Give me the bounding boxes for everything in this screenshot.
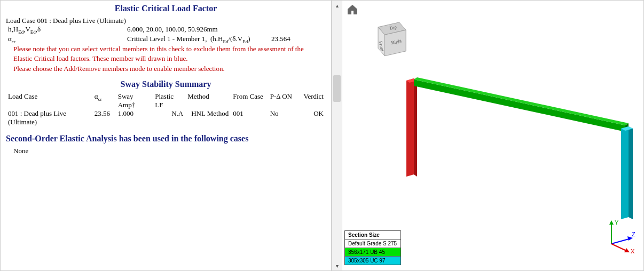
section-legend: Section Size Default Grade S 275 356x171… xyxy=(344,230,401,265)
alpha-row: αcr Critical Level 1 - Member 1, (h.HEd/… xyxy=(6,35,326,44)
elastic-critical-title: Elastic Critical Load Factor xyxy=(6,4,326,13)
report-pane: Elastic Critical Load Factor Load Case 0… xyxy=(1,1,332,270)
member-right-column[interactable] xyxy=(621,126,633,219)
axis-y-label: Y xyxy=(615,219,619,226)
legend-row-ub: 356x171 UB 45 xyxy=(345,248,400,257)
second-order-none: None xyxy=(13,147,326,155)
scroll-down-arrow-icon[interactable]: ▾ xyxy=(332,261,342,270)
legend-header: Section Size xyxy=(345,231,400,240)
home-icon xyxy=(345,3,359,16)
load-case-line: Load Case 001 : Dead plus Live (Ultimate… xyxy=(6,17,326,25)
svg-marker-9 xyxy=(621,126,629,219)
scroll-up-arrow-icon[interactable]: ▴ xyxy=(332,1,342,10)
cell-load-case: 001 : Dead plus Live (Ultimate) xyxy=(6,109,92,126)
legend-default-grade: Default Grade S 275 xyxy=(345,240,400,248)
svg-marker-10 xyxy=(629,126,633,219)
cell-plastic-lf: N.A xyxy=(153,109,185,126)
warning-note-2: Elastic Critical load factors. These mem… xyxy=(13,54,326,63)
cell-pdelta: No xyxy=(268,109,298,126)
member-left-column[interactable] xyxy=(406,78,417,177)
hdr-load-case: Load Case xyxy=(6,92,92,109)
viewport-pane[interactable]: Top Front Right xyxy=(342,1,643,270)
cell-from-case: 001 xyxy=(231,109,268,126)
warning-note-1: Please note that you can select vertical… xyxy=(13,45,326,53)
svg-marker-4 xyxy=(414,78,417,177)
warning-note-3: Please choose the Add/Remove members mod… xyxy=(13,65,326,73)
viewcube[interactable]: Top Front Right xyxy=(364,17,412,65)
svg-marker-13 xyxy=(609,220,614,225)
svg-line-14 xyxy=(611,238,631,244)
app-root: Elastic Critical Load Factor Load Case 0… xyxy=(0,0,644,271)
params-row: h,HEd,VEd,δ 6.000, 20.00, 100.00, 50.926… xyxy=(6,25,326,35)
svg-marker-7 xyxy=(414,77,629,125)
axis-z-label: Z xyxy=(632,231,635,237)
scroll-thumb[interactable] xyxy=(333,75,341,102)
hdr-sway-amp: Sway Amp† xyxy=(116,92,153,109)
structural-model[interactable] xyxy=(374,70,636,241)
axis-x-label: X xyxy=(631,248,635,254)
report-scrollbar[interactable]: ▴ ▾ xyxy=(332,1,342,270)
crit-level-label: Critical Level 1 - Member 1, (h.HEd/(δ.V… xyxy=(125,35,269,44)
table-row: 001 : Dead plus Live (Ultimate) 23.56 1.… xyxy=(6,109,326,126)
legend-row-uc: 305x305 UC 97 xyxy=(345,257,400,265)
hdr-pdelta: P-Δ ON xyxy=(268,92,298,109)
sway-summary-title: Sway Stability Summary xyxy=(6,79,326,89)
hdr-verdict: Verdict xyxy=(298,92,326,109)
svg-marker-6 xyxy=(414,79,625,132)
sway-table-header: Load Case αcr Sway Amp† Plastic LF Metho… xyxy=(6,92,326,109)
params-label: h,HEd,VEd,δ xyxy=(6,25,125,35)
alpha-label: αcr xyxy=(6,35,125,44)
cell-verdict: OK xyxy=(298,109,326,126)
svg-line-16 xyxy=(611,244,627,251)
hdr-method: Method xyxy=(185,92,231,109)
hdr-alpha-cr: αcr xyxy=(92,92,116,109)
sway-table: Load Case αcr Sway Amp† Plastic LF Metho… xyxy=(6,92,326,126)
member-beam[interactable] xyxy=(414,77,629,132)
hdr-plastic-lf: Plastic LF xyxy=(153,92,185,109)
params-values: 6.000, 20.00, 100.00, 50.926mm xyxy=(125,25,220,35)
cell-alpha-cr: 23.56 xyxy=(92,109,116,126)
second-order-title: Second-Order Elastic Analysis has been u… xyxy=(6,134,326,144)
viewcube-home-button[interactable] xyxy=(344,3,360,17)
crit-level-value: 23.564 xyxy=(269,35,293,44)
hdr-from-case: From Case xyxy=(231,92,268,109)
axis-triad: Y Z X xyxy=(601,217,638,254)
svg-marker-3 xyxy=(406,78,414,177)
cell-sway-amp: 1.000 xyxy=(116,109,153,126)
cell-method: HNL Method xyxy=(185,109,231,126)
